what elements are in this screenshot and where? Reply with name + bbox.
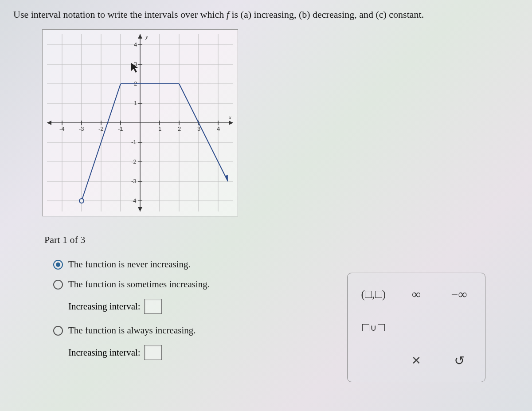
option-never-label: The function is never increasing. [68, 259, 191, 270]
interval-label-1: Increasing interval: [68, 301, 141, 312]
function-graph: -4 -3 -2 -1 1 2 3 4 4 3 2 1 -1 -2 -3 -4 [43, 30, 238, 216]
svg-text:-4: -4 [131, 197, 137, 204]
svg-text:-3: -3 [79, 125, 84, 132]
interval-input-1[interactable] [144, 299, 162, 314]
svg-text:-2: -2 [131, 158, 137, 165]
question-text: Use interval notation to write the inter… [13, 9, 519, 20]
option-sometimes-label: The function is sometimes increasing. [68, 279, 210, 290]
svg-text:-4: -4 [59, 125, 65, 132]
tool-neg-infinity-button[interactable]: −∞ [444, 283, 475, 305]
func-segment-3 [179, 84, 228, 181]
part-label: Part 1 of 3 [44, 234, 519, 246]
open-point [79, 199, 84, 203]
svg-text:2: 2 [178, 125, 181, 132]
svg-text:-2: -2 [98, 125, 104, 132]
question-suffix: is (a) increasing, (b) decreasing, and (… [229, 9, 424, 20]
svg-text:1: 1 [158, 125, 161, 132]
svg-text:-1: -1 [118, 125, 123, 132]
radio-sometimes[interactable] [53, 280, 63, 290]
x-axis-label: x [228, 114, 231, 121]
question-prefix: Use interval notation to write the inter… [13, 9, 227, 20]
tool-infinity-button[interactable]: ∞ [401, 283, 432, 305]
interval-label-2: Increasing interval: [68, 347, 141, 358]
tool-interval-button[interactable]: (,) [358, 283, 389, 305]
tools-panel: (,) ∞ −∞ ∪ ✕ ↻ [347, 273, 485, 382]
option-always-label: The function is always increasing. [68, 325, 196, 336]
option-never[interactable]: The function is never increasing. [53, 259, 519, 270]
tool-union-button[interactable]: ∪ [358, 317, 389, 339]
svg-text:-3: -3 [131, 178, 137, 184]
svg-text:4: 4 [217, 125, 220, 132]
graph-container: -4 -3 -2 -1 1 2 3 4 4 3 2 1 -1 -2 -3 -4 [42, 29, 238, 216]
x-axis-arrow-right [229, 121, 233, 125]
radio-always[interactable] [53, 326, 63, 336]
interval-input-2[interactable] [144, 345, 162, 360]
svg-text:-1: -1 [131, 139, 137, 145]
y-axis-arrow-up [138, 34, 142, 39]
reset-icon: ↻ [454, 353, 464, 368]
y-axis-label: y [145, 33, 148, 40]
svg-text:4: 4 [134, 41, 137, 48]
svg-text:1: 1 [134, 100, 137, 106]
close-icon: ✕ [411, 354, 421, 368]
tool-reset-button[interactable]: ↻ [444, 350, 475, 372]
x-axis-arrow-left [47, 121, 51, 125]
tool-clear-button[interactable]: ✕ [401, 350, 432, 372]
radio-never[interactable] [53, 260, 63, 270]
y-axis-arrow-down [138, 207, 142, 211]
x-ticks: -4 -3 -2 -1 1 2 3 4 [59, 121, 220, 132]
